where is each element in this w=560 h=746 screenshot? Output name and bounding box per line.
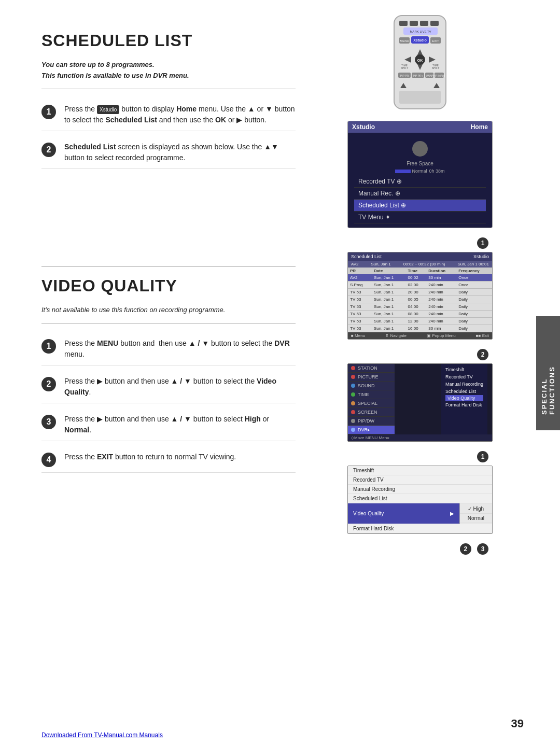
vq-arrow: ▶ bbox=[450, 511, 454, 516]
home-brand: Xstudio bbox=[352, 123, 375, 131]
screen-label: SCREEN bbox=[358, 410, 377, 415]
vq-step-badge-3: 3 bbox=[477, 543, 488, 555]
picture-label: PICTURE bbox=[358, 374, 379, 379]
home-menu-recorded-tv[interactable]: Recorded TV ⊕ bbox=[354, 176, 486, 188]
vq-note: It's not available to use this function … bbox=[41, 306, 296, 314]
col-date: Date bbox=[372, 268, 406, 274]
dvr-item-special[interactable]: SPECIAL bbox=[348, 399, 395, 408]
station-label: STATION bbox=[358, 365, 377, 371]
footer-link[interactable]: Downloaded From TV-Manual.com Manuals bbox=[41, 731, 163, 739]
svg-text:MARK    LIVE TV: MARK LIVE TV bbox=[410, 30, 431, 33]
sound-dot bbox=[351, 384, 355, 388]
vq-step-2: 2 Press the ▶ button and then use ▲ / ▼ … bbox=[41, 371, 296, 403]
dvr-menu-screen: STATION PICTURE SOUND TIME bbox=[347, 363, 493, 442]
table-row[interactable]: TV 53Sun, Jan 108:00240 minDaily bbox=[348, 311, 492, 318]
dvr-right-recorded-tv: Recorded TV bbox=[445, 373, 483, 381]
vq-item-manual-rec: Manual Recording bbox=[348, 485, 492, 494]
step-2-text: Scheduled List screen is displayed as sh… bbox=[64, 142, 296, 163]
dvr-dot bbox=[351, 428, 355, 432]
dvr-right-timeshift: Timeshift bbox=[445, 366, 483, 373]
svg-text:SWAP: SWAP bbox=[426, 74, 433, 77]
vq-sub-normal[interactable]: Normal bbox=[460, 514, 492, 523]
vq-item-vq-active[interactable]: Video Quality ▶ bbox=[348, 503, 459, 524]
dvr-menu-left: STATION PICTURE SOUND TIME bbox=[348, 364, 395, 434]
step-num-2: 2 bbox=[41, 143, 56, 157]
home-menu-tv-menu[interactable]: TV Menu ✦ bbox=[354, 212, 486, 223]
dvr-item-picture[interactable]: PICTURE bbox=[348, 373, 395, 382]
divider-2 bbox=[41, 266, 296, 267]
special-dot bbox=[351, 401, 355, 405]
footer-menu: ■ Menu bbox=[351, 333, 365, 338]
bullet-2: This function is available to use in DVR… bbox=[41, 72, 296, 79]
svg-text:Xstudio: Xstudio bbox=[413, 38, 427, 42]
picture-dot bbox=[351, 375, 355, 379]
vq-step-badge-2: 2 bbox=[460, 543, 471, 555]
vq-step-1-text: Press the MENU button and then use ▲ / ▼… bbox=[64, 338, 296, 360]
video-quality-title: VIDEO QUALITY bbox=[41, 276, 296, 295]
dvr-item-pipdw[interactable]: PIP/DW bbox=[348, 417, 395, 426]
table-row[interactable]: TV 53Sun, Jan 116:0030 minDaily bbox=[348, 325, 492, 332]
dvr-right-format: Format Hard Disk bbox=[445, 401, 483, 409]
dvr-item-station[interactable]: STATION bbox=[348, 364, 395, 373]
home-circle bbox=[354, 137, 486, 161]
home-circle-icon bbox=[412, 141, 428, 157]
vq-step-num-3: 3 bbox=[41, 415, 56, 429]
scheduled-screen-badge: 2 bbox=[347, 346, 493, 363]
pipdw-dot bbox=[351, 419, 355, 423]
svg-text:OK: OK bbox=[417, 59, 423, 62]
home-screen-badge: 1 bbox=[347, 234, 493, 252]
vq-step-4: 4 Press the EXIT button to return to nor… bbox=[41, 446, 296, 473]
pipdw-label: PIP/DW bbox=[358, 418, 374, 424]
col-pr: PR bbox=[348, 268, 372, 274]
scheduled-step-2: 2 Scheduled List screen is displayed as … bbox=[41, 136, 296, 169]
col-frequency: Frequency bbox=[456, 268, 492, 274]
dvr-item-time[interactable]: TIME bbox=[348, 390, 395, 399]
table-row[interactable]: TV 53Sun, Jan 120:00240 minDaily bbox=[348, 289, 492, 296]
dvr-item-screen[interactable]: SCREEN bbox=[348, 408, 395, 417]
table-row[interactable]: AV2Sun, Jan 100:0230 minOnce bbox=[348, 274, 492, 281]
table-row[interactable]: TV 53Sun, Jan 112:00240 minDaily bbox=[348, 318, 492, 325]
vq-item-format: Format Hard Disk bbox=[348, 524, 492, 533]
scheduled-screen-wrap: Scheduled List Xstudio AV2 Sun, Jan 1 00… bbox=[347, 252, 493, 363]
time-dot bbox=[351, 392, 355, 397]
home-title: Home bbox=[471, 123, 488, 131]
dvr-item-dvr[interactable]: DVR▸ bbox=[348, 426, 395, 434]
scheduled-screen-brand: Xstudio bbox=[473, 254, 489, 259]
vq-item-recorded-tv: Recorded TV bbox=[348, 475, 492, 485]
free-space-label: Free Space Normal 0h 38m bbox=[354, 161, 486, 174]
vq-sub-high[interactable]: High bbox=[460, 504, 492, 514]
screen-dot bbox=[351, 410, 355, 414]
footer-exit: ■■ Exit bbox=[476, 333, 489, 338]
scheduled-table: PR Date Time Duration Frequency AV2Sun, … bbox=[348, 268, 492, 332]
vq-step-4-text: Press the EXIT button to return to norma… bbox=[64, 452, 296, 462]
col-time: Time bbox=[406, 268, 427, 274]
vq-step-num-1: 1 bbox=[41, 339, 56, 354]
scheduled-screen-header: Scheduled List Xstudio bbox=[348, 252, 492, 261]
table-row[interactable]: TV 53Sun, Jan 100:05240 minDaily bbox=[348, 296, 492, 303]
svg-text:EXIT: EXIT bbox=[432, 39, 439, 43]
scheduled-step-badge: 2 bbox=[477, 349, 488, 360]
vq-step-3-text: Press the ▶ button and then use ▲ / ▼ bu… bbox=[64, 414, 296, 435]
vq-screen-badges: 2 3 bbox=[347, 540, 493, 558]
dvr-right-vq: Video Quality bbox=[445, 395, 483, 401]
svg-text:PIP INPUT: PIP INPUT bbox=[433, 74, 445, 77]
table-row[interactable]: TV 53Sun, Jan 104:00240 minDaily bbox=[348, 303, 492, 311]
home-screen-wrap: Xstudio Home Free Space Normal 0h 38m bbox=[347, 121, 493, 252]
home-screen-titlebar: Xstudio Home bbox=[348, 121, 492, 133]
home-screen: Xstudio Home Free Space Normal 0h 38m bbox=[347, 121, 493, 228]
dvr-footer-text: ◇Move MENU Menu bbox=[351, 435, 389, 440]
svg-rect-1 bbox=[399, 21, 408, 26]
bullet-1: You can store up to 8 programmes. bbox=[41, 61, 296, 68]
home-step-badge: 1 bbox=[477, 237, 488, 249]
info-channel: AV2 bbox=[351, 262, 359, 266]
info-date: Sun, Jan 1 bbox=[371, 262, 391, 266]
table-row[interactable]: S.ProgSun, Jan 102:00240 minOnce bbox=[348, 281, 492, 289]
xstudio-button-icon[interactable]: Xstudio bbox=[97, 105, 119, 114]
home-menu-manual-rec[interactable]: Manual Rec. ⊕ bbox=[354, 188, 486, 200]
home-menu-scheduled-list[interactable]: Scheduled List ⊕ bbox=[354, 200, 486, 212]
dvr-step-badge: 1 bbox=[477, 451, 488, 462]
dvr-item-sound[interactable]: SOUND bbox=[348, 382, 395, 390]
vq-step-2-text: Press the ▶ button and then use ▲ / ▼ bu… bbox=[64, 376, 296, 398]
dvr-label: DVR▸ bbox=[358, 427, 370, 432]
dvr-menu-right: Timeshift Recorded TV Manual Recording S… bbox=[441, 364, 487, 434]
